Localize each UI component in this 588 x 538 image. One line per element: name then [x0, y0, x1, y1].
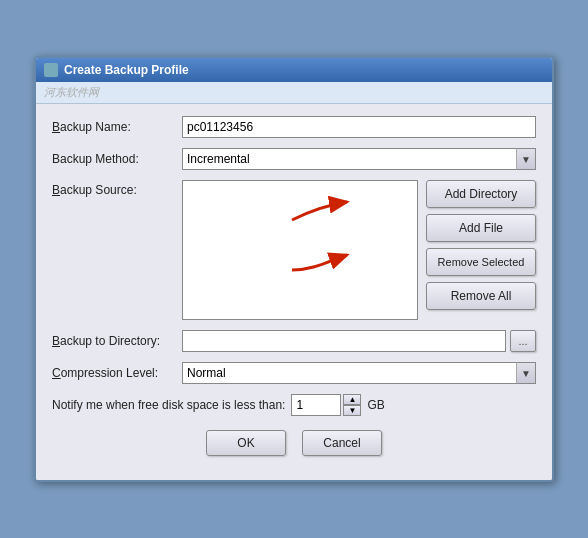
compression-select[interactable]: Normal None Fast Maximum	[182, 362, 536, 384]
backup-dir-label: Backup to Directory:	[52, 334, 182, 348]
compression-label: Compression Level:	[52, 366, 182, 380]
create-backup-dialog: Create Backup Profile 河东软件网 Backup Name:…	[34, 56, 554, 482]
source-area	[182, 180, 418, 320]
notify-spin-down[interactable]: ▼	[343, 405, 361, 416]
backup-source-label: Backup Source:	[52, 180, 182, 197]
cancel-button[interactable]: Cancel	[302, 430, 382, 456]
backup-source-row: Backup Source:	[52, 180, 536, 320]
notify-spinner: ▲ ▼	[343, 394, 361, 416]
gb-label: GB	[367, 398, 384, 412]
dialog-icon	[44, 63, 58, 77]
add-file-button[interactable]: Add File	[426, 214, 536, 242]
backup-method-select-wrapper: Incremental Full Differential ▼	[182, 148, 536, 170]
remove-all-button[interactable]: Remove All	[426, 282, 536, 310]
backup-name-label: Backup Name:	[52, 120, 182, 134]
backup-source-listbox[interactable]	[182, 180, 418, 320]
footer-buttons: OK Cancel	[52, 430, 536, 468]
backup-method-select[interactable]: Incremental Full Differential	[182, 148, 536, 170]
backup-dir-input[interactable]	[182, 330, 506, 352]
title-bar: Create Backup Profile	[36, 58, 552, 82]
ok-button[interactable]: OK	[206, 430, 286, 456]
compression-select-wrapper: Normal None Fast Maximum ▼	[182, 362, 536, 384]
notify-row: Notify me when free disk space is less t…	[52, 394, 536, 416]
compression-row: Compression Level: Normal None Fast Maxi…	[52, 362, 536, 384]
notify-input[interactable]	[291, 394, 341, 416]
add-directory-button[interactable]: Add Directory	[426, 180, 536, 208]
dialog-content: Backup Name: Backup Method: Incremental …	[36, 104, 552, 480]
browse-button[interactable]: ...	[510, 330, 536, 352]
notify-label: Notify me when free disk space is less t…	[52, 398, 285, 412]
watermark-band: 河东软件网	[36, 82, 552, 104]
backup-dir-row: Backup to Directory: ...	[52, 330, 536, 352]
backup-method-label: Backup Method:	[52, 152, 182, 166]
backup-name-row: Backup Name:	[52, 116, 536, 138]
dialog-title: Create Backup Profile	[64, 63, 189, 77]
watermark-text: 河东软件网	[44, 85, 99, 100]
remove-selected-button[interactable]: Remove Selected	[426, 248, 536, 276]
backup-name-input[interactable]	[182, 116, 536, 138]
source-buttons: Add Directory Add File Remove Selected R…	[426, 180, 536, 310]
notify-spin-up[interactable]: ▲	[343, 394, 361, 405]
backup-method-row: Backup Method: Incremental Full Differen…	[52, 148, 536, 170]
